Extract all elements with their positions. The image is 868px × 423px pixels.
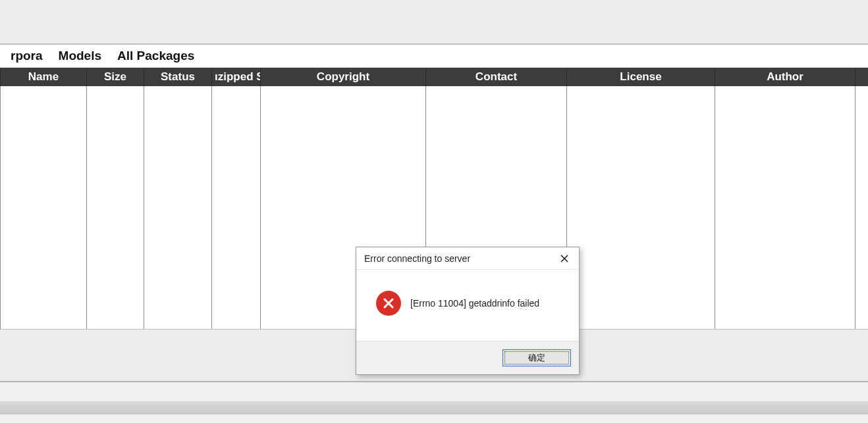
col-header-author[interactable]: Author — [715, 68, 855, 86]
col-header-tail — [855, 68, 869, 86]
error-icon — [376, 291, 401, 316]
error-dialog: Error connecting to server [Errno 11004]… — [356, 247, 580, 375]
close-icon — [560, 255, 568, 262]
dialog-title-text: Error connecting to server — [364, 253, 470, 264]
col-header-copyright[interactable]: Copyright — [261, 68, 426, 86]
col-header-license[interactable]: License — [567, 68, 715, 86]
tab-models[interactable]: Models — [51, 45, 109, 67]
tabs-bar: rpora Models All Packages — [0, 45, 868, 68]
dialog-close-button[interactable] — [555, 251, 574, 266]
col-header-size[interactable]: Size — [87, 68, 144, 86]
col-header-unzipped-size[interactable]: ızipped Si — [212, 68, 261, 86]
dialog-titlebar: Error connecting to server — [356, 247, 579, 270]
bottom-divider — [0, 382, 868, 382]
bottom-strip — [0, 401, 868, 414]
ok-button[interactable]: 确定 — [502, 349, 571, 366]
col-header-contact[interactable]: Contact — [426, 68, 567, 86]
col-header-status[interactable]: Status — [144, 68, 212, 86]
table-header-row: Name Size Status ızipped Si Copyright Co… — [1, 68, 869, 86]
window-top-area — [0, 0, 868, 45]
tab-corpora[interactable]: rpora — [3, 45, 51, 67]
dialog-body: [Errno 11004] getaddrinfo failed — [356, 270, 579, 341]
dialog-button-bar: 确定 — [356, 341, 579, 374]
tab-all-packages[interactable]: All Packages — [109, 45, 202, 67]
col-header-name[interactable]: Name — [1, 68, 87, 86]
dialog-message: [Errno 11004] getaddrinfo failed — [410, 298, 539, 309]
